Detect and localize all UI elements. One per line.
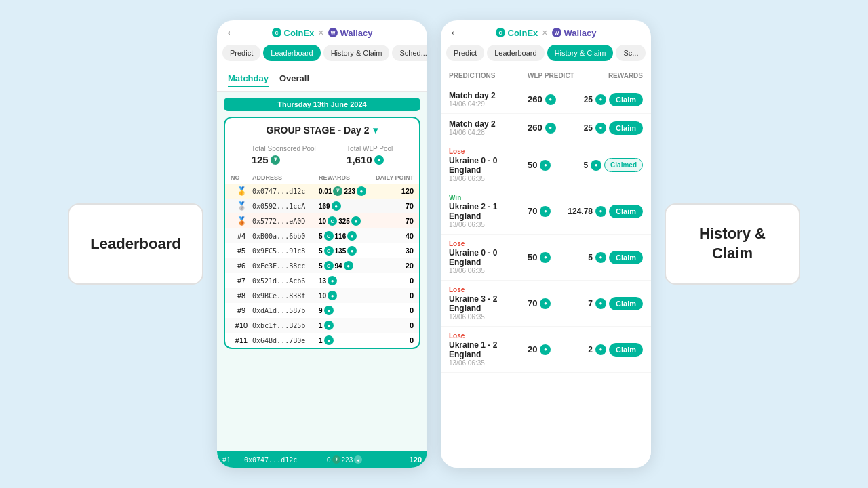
reward-cell: 5 C 116 ● <box>319 231 366 241</box>
logo-separator: × <box>318 27 323 38</box>
brand-logos: C CoinEx × W Wallacy <box>496 27 597 38</box>
wlp-predict: 50 ● <box>528 252 582 263</box>
claim-button[interactable]: Claim <box>609 205 643 218</box>
coinex-icon: C <box>328 216 337 226</box>
footer-daily: 120 <box>374 455 422 464</box>
claim-button[interactable]: Claim <box>609 121 643 135</box>
col-daily: DAILY POINT <box>366 174 414 181</box>
wlp-predict: 260 ● <box>528 123 582 134</box>
history-row: Win Ukraine 2 - 1England 13/06 06:35 70 … <box>441 188 651 235</box>
table-row: #10 0xbc1f...B25b 1 ● 0 <box>225 318 419 333</box>
coinex-logo: C CoinEx <box>496 28 538 38</box>
claim-button[interactable]: Claim <box>609 297 643 310</box>
address-cell: 0xFe3F...B8cc <box>252 262 319 270</box>
wlp-icon: ● <box>595 94 606 105</box>
svg-text:C: C <box>275 30 278 35</box>
nav-tabs: Predict Leaderboard History & Claim Sche… <box>217 42 427 66</box>
wlp-icon: ● <box>540 160 551 171</box>
table-row: 🥇 0x0747...d12c 0.01 ₮ 223 ● 120 <box>225 184 419 199</box>
match-score: Ukraine 2 - 1England <box>449 202 528 221</box>
wlp-icon: ● <box>545 94 556 105</box>
tab-predict[interactable]: Predict <box>446 45 484 61</box>
match-day: Match day 2 <box>449 91 528 100</box>
tab-history-claim[interactable]: History & Claim <box>547 45 614 61</box>
table-row: #9 0xdA1d...587b 9 ● 0 <box>225 303 419 318</box>
dropdown-icon[interactable]: ▾ <box>373 125 378 136</box>
date-banner: Thursday 13th June 2024 <box>224 98 420 111</box>
claim-button[interactable]: Claim <box>609 93 643 106</box>
claimed-button: Claimed <box>604 158 643 172</box>
tab-leaderboard[interactable]: Leaderboard <box>263 45 320 61</box>
coinex-icon: C <box>324 261 334 270</box>
address-cell: 0x64Bd...7B0e <box>252 337 319 344</box>
overall-tab[interactable]: Overall <box>279 73 309 87</box>
col-predictions: PREDICTIONS <box>449 72 528 79</box>
reward-cell: 0.01 ₮ 223 ● <box>319 186 366 196</box>
reward-cell: 5 C 94 ● <box>319 261 366 270</box>
daily-points: 0 <box>366 321 414 329</box>
match-score: Ukraine 0 - 0England <box>449 248 528 267</box>
tab-history-claim[interactable]: History & Claim <box>323 45 390 61</box>
tether-icon: ₮ <box>333 186 342 196</box>
wlp-icon: ● <box>540 252 551 263</box>
tab-predict[interactable]: Predict <box>222 45 260 61</box>
logo-separator: × <box>542 27 547 38</box>
claim-button[interactable]: Claim <box>609 251 643 264</box>
history-claim-label-text: History &Claim <box>699 224 766 263</box>
daily-points: 30 <box>366 247 414 255</box>
wlp-icon: ● <box>328 291 337 300</box>
daily-points: 0 <box>366 277 414 285</box>
wlp-icon: ● <box>328 276 337 285</box>
rewards-cell: 124.78 ● Claim <box>582 205 643 218</box>
tab-leaderboard[interactable]: Leaderboard <box>487 45 544 61</box>
col-no: NO <box>231 174 252 181</box>
wallacy-logo: W Wallacy <box>328 28 373 38</box>
prediction-info: Match day 2 14/06 04:28 <box>449 119 528 136</box>
rewards-cell: 5 ● Claimed <box>582 158 643 172</box>
rank-badge: #7 <box>231 277 252 285</box>
daily-points: 40 <box>366 232 414 240</box>
reward-cell: 169 ● <box>319 201 366 211</box>
table-row: #4 0xB00a...6bb0 5 C 116 ● 40 <box>225 228 419 243</box>
reward-cell: 1 ● <box>319 321 366 330</box>
date: 13/06 06:35 <box>449 221 528 228</box>
wlp-pool-value: 1,610 ● <box>347 154 393 165</box>
rank-badge: #6 <box>231 262 252 270</box>
result-label: Lose <box>449 240 528 247</box>
brand-logos: C CoinEx × W Wallacy <box>272 27 373 38</box>
tab-schedule[interactable]: Sc... <box>616 45 646 61</box>
back-button[interactable]: ← <box>225 26 237 40</box>
wlp-icon: ● <box>374 155 384 165</box>
col-rewards: REWARDS <box>319 174 366 181</box>
svg-text:W: W <box>554 30 559 35</box>
wlp-icon: ● <box>595 123 606 134</box>
table-row: #6 0xFe3F...B8cc 5 C 94 ● 20 <box>225 258 419 273</box>
coinex-logo: C CoinEx <box>272 28 315 38</box>
address-cell: 0xB00a...6bb0 <box>252 232 319 240</box>
wlp-icon: ● <box>540 206 551 217</box>
result-label: Lose <box>449 332 528 340</box>
col-rewards: REWARDS <box>582 72 643 79</box>
claim-button[interactable]: Claim <box>609 343 643 357</box>
match-day: Match day 2 <box>449 119 528 129</box>
wlp-icon: ● <box>357 186 366 196</box>
address-cell: 0xbc1f...B25b <box>252 322 319 329</box>
wlp-icon: ● <box>324 306 334 315</box>
matchday-tab[interactable]: Matchday <box>228 73 269 87</box>
prediction-info: Lose Ukraine 0 - 0England 13/06 06:35 <box>449 240 528 274</box>
tab-schedule[interactable]: Sched... <box>392 45 427 61</box>
leaderboard-phone: ← C CoinEx × W Wallacy Predict Leaderboa… <box>217 20 427 468</box>
wlp-icon: ● <box>347 246 357 256</box>
table-row: #5 0x9FC5...91c8 5 C 135 ● 30 <box>225 243 419 258</box>
nav-tabs: Predict Leaderboard History & Claim Sc..… <box>441 42 651 66</box>
prediction-info: Win Ukraine 2 - 1England 13/06 06:35 <box>449 194 528 228</box>
rank-badge: 🥈 <box>231 201 252 211</box>
daily-points: 70 <box>366 202 414 210</box>
rank-badge: #4 <box>231 232 252 240</box>
back-button[interactable]: ← <box>449 26 461 40</box>
rewards-cell: 25 ● Claim <box>582 121 643 135</box>
coinex-icon: C <box>324 231 334 241</box>
wlp-icon: ● <box>324 336 334 345</box>
table-row: #11 0x64Bd...7B0e 1 ● 0 <box>225 333 419 348</box>
rank-badge: #8 <box>231 291 252 300</box>
